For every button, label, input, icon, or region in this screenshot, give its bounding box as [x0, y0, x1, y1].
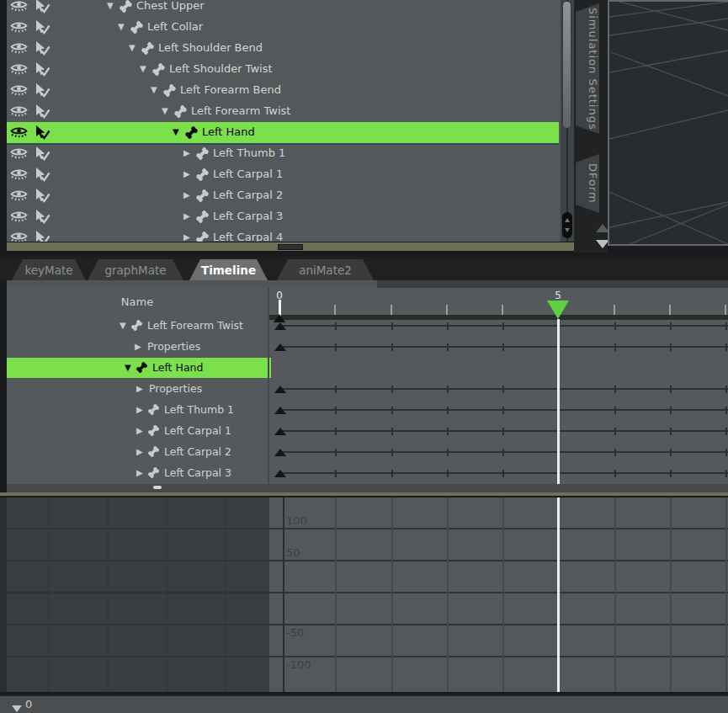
tab-keymate[interactable]: keyMate	[12, 259, 86, 280]
expand-caret-icon[interactable]: ▼	[162, 106, 168, 116]
keyframe-marker-icon[interactable]	[274, 407, 286, 414]
selectable-pointer-icon[interactable]	[33, 104, 50, 123]
viewport-grid-lines	[609, 2, 728, 244]
scrollbar-buttons[interactable]	[562, 212, 572, 238]
expand-caret-icon[interactable]: ▶	[136, 405, 143, 415]
scene-tree-row[interactable]: ▶Left Carpal 3	[7, 206, 559, 227]
keyframe-marker-icon[interactable]	[274, 322, 286, 330]
visibility-eye-icon[interactable]	[10, 83, 28, 101]
expand-caret-icon[interactable]: ▶	[183, 211, 190, 221]
side-tab-simulation-settings[interactable]: Simulation Settings	[576, 3, 599, 134]
panel-resize-grip[interactable]	[153, 486, 162, 489]
track-frame-tick	[447, 428, 449, 435]
visibility-eye-icon[interactable]	[10, 210, 28, 227]
visibility-eye-icon[interactable]	[10, 20, 28, 38]
expand-caret-icon[interactable]: ▶	[136, 384, 143, 394]
scene-tree-row[interactable]: ▶Left Carpal 4	[7, 227, 559, 242]
scene-tree-row[interactable]: ▶Left Thumb 1	[7, 143, 559, 164]
scene-horizontal-scrollbar[interactable]	[7, 242, 574, 251]
timeline-tree-row[interactable]: ▶Left Carpal 3	[7, 463, 268, 483]
graph-area[interactable]: 10050-50-100	[0, 498, 728, 692]
selectable-pointer-icon[interactable]	[33, 61, 50, 81]
scene-vertical-scrollbar[interactable]	[561, 0, 574, 242]
expand-caret-icon[interactable]: ▶	[183, 190, 190, 200]
expand-caret-icon[interactable]: ▶	[135, 342, 141, 352]
expand-caret-icon[interactable]: ▼	[151, 85, 157, 95]
selectable-pointer-icon[interactable]	[33, 230, 50, 242]
scene-tree-row[interactable]: ▼Left Collar	[7, 17, 559, 38]
playhead-handle[interactable]	[547, 301, 569, 319]
visibility-eye-icon[interactable]	[10, 62, 28, 80]
scene-tree-row[interactable]: ▼Left Shoulder Twist	[7, 59, 559, 80]
keyframe-marker-icon[interactable]	[274, 470, 286, 477]
expand-caret-icon[interactable]: ▼	[107, 1, 114, 11]
selectable-pointer-icon[interactable]	[33, 167, 50, 186]
expand-caret-icon[interactable]: ▼	[118, 22, 125, 32]
visibility-eye-icon[interactable]	[10, 0, 28, 17]
selectable-pointer-icon[interactable]	[33, 0, 50, 18]
scene-tree-row[interactable]: ▼Chest Upper	[7, 0, 559, 17]
range-start-marker-icon[interactable]	[12, 705, 22, 712]
selectable-pointer-icon[interactable]	[33, 146, 50, 165]
side-tab-dform[interactable]: DForm	[576, 154, 599, 213]
tab-animate2[interactable]: aniMate2	[277, 259, 374, 280]
scene-tree-row[interactable]: ▼Left Forearm Bend	[7, 80, 559, 101]
expand-caret-icon[interactable]: ▶	[136, 447, 143, 457]
selectable-pointer-icon[interactable]	[33, 209, 50, 228]
scroll-down-icon[interactable]	[565, 228, 570, 232]
selectable-pointer-icon[interactable]	[33, 188, 50, 207]
timeline-tree-row[interactable]: ▶Left Carpal 1	[7, 421, 268, 441]
scene-tree-row[interactable]: ▼Left Forearm Twist	[7, 101, 559, 122]
visibility-eye-icon[interactable]	[10, 104, 28, 122]
timeline-tree-row[interactable]: ▶Properties	[7, 379, 268, 399]
timeline-tree-row[interactable]: ▶Left Carpal 2	[7, 442, 268, 462]
visibility-eye-icon[interactable]	[10, 189, 28, 206]
timeline-tree-row[interactable]: ▶Properties	[7, 337, 268, 357]
selectable-pointer-icon[interactable]	[33, 40, 50, 60]
scene-tree-row[interactable]: ▶Left Carpal 2	[7, 185, 559, 206]
expand-caret-icon[interactable]: ▼	[120, 321, 126, 331]
timeline-tree-row[interactable]: ▼Left Forearm Twist	[7, 316, 268, 336]
selectable-pointer-icon[interactable]	[33, 19, 50, 39]
tab-graphmate[interactable]: graphMate	[88, 259, 183, 280]
playhead-line	[557, 319, 560, 484]
visibility-eye-icon[interactable]	[10, 168, 28, 185]
keyframe-marker-icon[interactable]	[274, 386, 286, 393]
expand-caret-icon[interactable]: ▼	[173, 127, 179, 137]
scene-tree-row[interactable]: ▼Left Hand	[7, 122, 559, 145]
expand-caret-icon[interactable]: ▼	[125, 363, 131, 373]
visibility-eye-icon[interactable]	[10, 231, 28, 242]
scene-node-label: Left Carpal 4	[213, 231, 283, 242]
selectable-pointer-icon[interactable]	[33, 82, 50, 102]
expand-caret-icon[interactable]: ▼	[129, 43, 136, 53]
graph-vertical-gridline	[48, 498, 50, 692]
panel-splitter[interactable]	[0, 492, 728, 496]
timeline-node-label: Left Forearm Twist	[147, 319, 243, 332]
selectable-pointer-icon[interactable]	[33, 125, 50, 144]
scrollbar-thumb[interactable]	[562, 1, 571, 129]
keyframe-marker-icon[interactable]	[274, 449, 286, 456]
scene-tree-row[interactable]: ▶Left Carpal 1	[7, 164, 559, 185]
horizontal-scrollbar-handle[interactable]	[278, 244, 303, 250]
scroll-up-icon[interactable]	[565, 218, 570, 222]
track-frame-tick	[614, 343, 616, 351]
keyframe-marker-icon[interactable]	[274, 343, 286, 351]
viewport-3d[interactable]	[608, 0, 728, 246]
range-bar[interactable]: 0	[0, 694, 728, 713]
visibility-eye-icon[interactable]	[10, 41, 28, 59]
expand-caret-icon[interactable]: ▶	[183, 169, 190, 179]
visibility-eye-icon[interactable]	[10, 146, 28, 164]
timeline-tree-row[interactable]: ▼Left Hand	[7, 358, 271, 378]
visibility-eye-icon[interactable]	[10, 125, 28, 143]
graph-playhead-line	[557, 498, 560, 692]
expand-caret-icon[interactable]: ▼	[140, 64, 146, 74]
track-frame-tick	[335, 428, 337, 435]
expand-caret-icon[interactable]: ▶	[136, 468, 143, 478]
tab-timeline[interactable]: Timeline	[189, 259, 268, 280]
expand-caret-icon[interactable]: ▶	[136, 426, 143, 436]
expand-caret-icon[interactable]: ▶	[183, 232, 190, 242]
scene-tree-row[interactable]: ▼Left Shoulder Bend	[7, 38, 559, 59]
timeline-tree-row[interactable]: ▶Left Thumb 1	[7, 400, 268, 420]
keyframe-marker-icon[interactable]	[274, 428, 286, 435]
expand-caret-icon[interactable]: ▶	[183, 148, 190, 158]
